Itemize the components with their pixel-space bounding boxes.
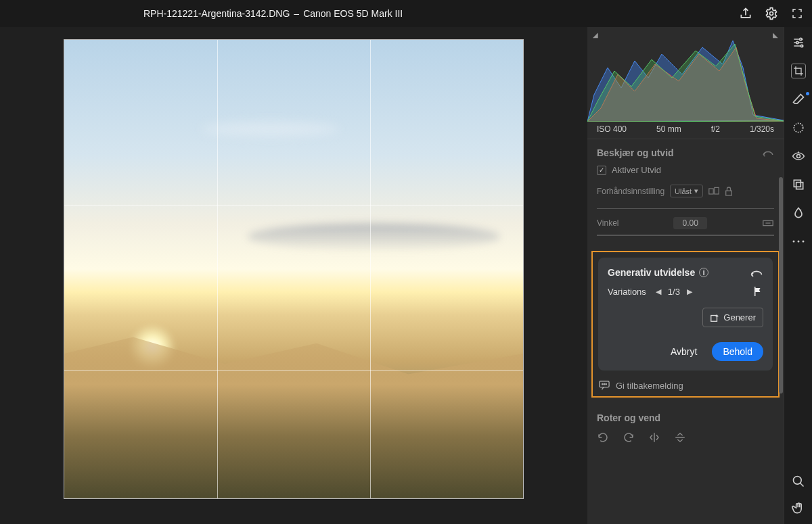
flag-icon[interactable] [752, 286, 763, 297]
camera-model: Canon EOS 5D Mark III [303, 8, 403, 19]
reset-icon[interactable] [750, 268, 763, 277]
keep-button[interactable]: Behold [712, 342, 763, 361]
svg-point-17 [800, 210, 801, 211]
angle-slider[interactable] [597, 235, 774, 236]
redeye-tool-icon[interactable] [791, 149, 806, 164]
sidebar-scrollbar[interactable] [778, 177, 784, 524]
angle-input[interactable] [673, 217, 707, 229]
zoom-tool-icon[interactable] [791, 474, 806, 489]
rotate-ccw-icon[interactable] [597, 431, 609, 444]
reset-icon[interactable] [762, 148, 774, 158]
flip-vertical-icon[interactable] [674, 431, 686, 444]
gear-icon[interactable] [765, 7, 778, 20]
svg-rect-1 [709, 189, 713, 194]
variation-counter: 1/3 [668, 287, 680, 297]
masking-tool-icon[interactable] [791, 120, 806, 135]
crop-panel-title: Beskjær og utvid [597, 147, 674, 158]
cancel-button[interactable]: Avbryt [671, 346, 697, 357]
feedback-label[interactable]: Gi tilbakemelding [616, 381, 683, 391]
crop-tool-icon[interactable] [791, 64, 806, 78]
feedback-icon[interactable] [598, 380, 610, 391]
next-variation-icon[interactable]: ▶ [687, 287, 692, 296]
more-icon[interactable] [791, 234, 806, 249]
svg-point-13 [794, 123, 803, 132]
exif-row: ISO 400 50 mm f/2 1/320s [587, 122, 784, 138]
svg-point-14 [796, 155, 800, 158]
rotate-cw-icon[interactable] [623, 431, 635, 444]
enable-extend-label: Aktiver Utvid [612, 165, 661, 175]
tool-rail [784, 27, 812, 524]
generate-label: Generer [723, 312, 756, 323]
blur-tool-icon[interactable] [791, 206, 806, 220]
svg-rect-3 [726, 191, 732, 195]
svg-rect-2 [715, 187, 719, 194]
exif-aperture: f/2 [711, 124, 720, 134]
right-sidebar: ◢ ◣ ISO 400 50 mm f/2 1/320s Beskjær og … [587, 27, 784, 524]
svg-point-18 [792, 241, 794, 243]
hand-tool-icon[interactable] [791, 501, 806, 516]
preset-label: Forhåndsinnstilling [597, 187, 664, 196]
export-icon[interactable] [739, 7, 752, 20]
generate-button[interactable]: Generer [702, 308, 763, 327]
exif-focal: 50 mm [656, 124, 681, 134]
exif-iso: ISO 400 [597, 124, 627, 134]
file-title: RPH-121221-Argentina-3142.DNG – Canon EO… [8, 8, 739, 19]
active-indicator [806, 92, 809, 95]
info-icon[interactable]: i [699, 268, 708, 277]
eraser-tool-icon[interactable] [791, 92, 806, 107]
rotate-title: Roter og vend [597, 412, 774, 423]
sliders-tool-icon[interactable] [791, 35, 806, 50]
generative-panel-highlight: Generativ utvidelse i Variations ◀ 1/3 ▶ [591, 251, 780, 398]
lock-icon[interactable] [725, 187, 733, 196]
canvas-area[interactable] [0, 27, 587, 524]
generative-title: Generativ utvidelse [608, 267, 695, 278]
filename: RPH-121221-Argentina-3142.DNG [143, 8, 290, 19]
histogram[interactable]: ◢ ◣ ISO 400 50 mm f/2 1/320s [587, 27, 784, 139]
svg-rect-15 [794, 180, 800, 187]
prev-variation-icon[interactable]: ◀ [656, 287, 661, 296]
top-bar: RPH-121221-Argentina-3142.DNG – Canon EO… [0, 0, 812, 27]
svg-point-9 [606, 384, 606, 385]
svg-point-19 [797, 241, 799, 243]
layers-tool-icon[interactable] [791, 177, 806, 192]
svg-rect-16 [796, 183, 803, 189]
variations-label: Variations [608, 287, 646, 297]
generative-panel: Generativ utvidelse i Variations ◀ 1/3 ▶ [598, 258, 773, 371]
svg-point-0 [770, 12, 773, 16]
swap-orientation-icon[interactable] [708, 187, 719, 196]
rotate-panel: Roter og vend [587, 403, 784, 453]
top-actions [739, 7, 804, 20]
angle-label: Vinkel [597, 218, 618, 228]
enable-extend-checkbox[interactable]: ✓ [597, 166, 606, 175]
photo-preview [64, 40, 523, 498]
shadow-clip-icon[interactable]: ◢ [593, 31, 598, 39]
fullscreen-icon[interactable] [790, 7, 804, 20]
svg-point-10 [799, 38, 801, 40]
svg-point-7 [602, 384, 603, 385]
preset-select[interactable]: Ulåst ▾ [670, 185, 703, 197]
svg-point-21 [793, 477, 801, 485]
chevron-down-icon: ▾ [694, 187, 698, 195]
title-separator: – [294, 8, 299, 19]
crop-panel: Beskjær og utvid ✓ Aktiver Utvid Forhånd… [587, 139, 784, 245]
svg-point-20 [802, 241, 804, 243]
highlight-clip-icon[interactable]: ◣ [773, 31, 778, 39]
crop-frame[interactable] [64, 39, 524, 499]
exif-shutter: 1/320s [750, 124, 774, 134]
svg-point-8 [604, 384, 604, 385]
svg-point-11 [796, 41, 798, 43]
flip-horizontal-icon[interactable] [648, 431, 660, 444]
auto-straighten-icon[interactable] [762, 218, 774, 228]
preset-value: Ulåst [675, 187, 692, 195]
